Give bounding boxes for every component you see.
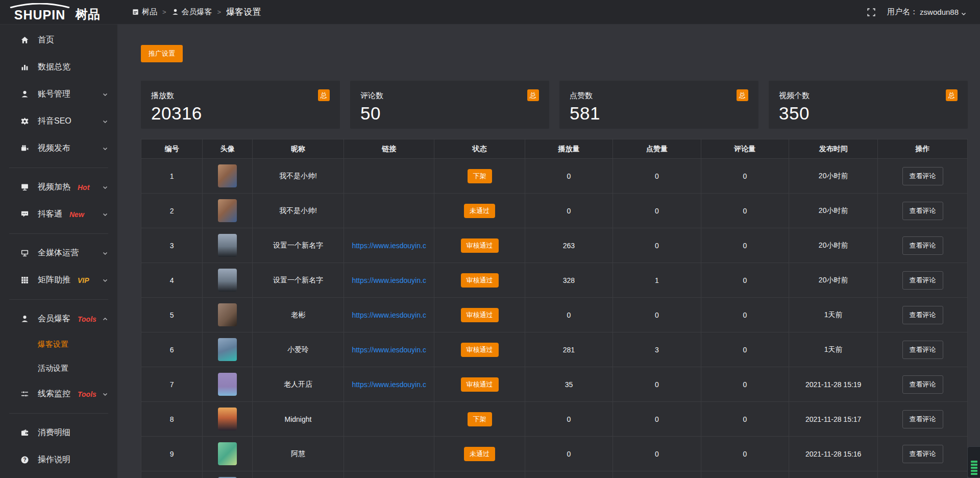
video-link[interactable]: https://www.iesdouyin.c	[352, 276, 426, 284]
view-comments-button[interactable]: 查看评论	[902, 202, 943, 220]
status-button[interactable]: 未通过	[464, 204, 495, 218]
cell-status: 审核通过	[434, 332, 525, 367]
status-button[interactable]: 下架	[468, 412, 492, 426]
logo-text: SHUPIN	[14, 9, 65, 21]
view-comments-button[interactable]: 查看评论	[902, 167, 943, 185]
cell-nickname: 我不是小帅!	[253, 194, 344, 228]
sidebar-item-label: 视频加热	[38, 182, 70, 193]
header-right: 用户名：zswodun88	[867, 7, 980, 17]
breadcrumb-item-current: 爆客设置	[226, 6, 261, 18]
column-header: 头像	[203, 139, 253, 159]
view-comments-button[interactable]: 查看评论	[902, 341, 943, 359]
sidebar-item-线索监控[interactable]: 线索监控 Tools	[0, 380, 117, 408]
sidebar-item-badge: Tools	[78, 390, 96, 398]
sidebar-divider	[9, 168, 108, 168]
stat-value: 350	[779, 103, 958, 124]
sidebar-item-视频加热[interactable]: 视频加热 Hot	[0, 174, 117, 201]
breadcrumb-label: 会员爆客	[182, 7, 212, 17]
view-comments-button[interactable]: 查看评论	[902, 445, 943, 463]
cell-avatar	[203, 194, 253, 228]
cell-nickname: 阿慧	[253, 437, 344, 471]
sidebar-item-账号管理[interactable]: 账号管理	[0, 81, 117, 108]
cell-avatar	[203, 367, 253, 402]
cell-status	[434, 471, 525, 478]
avatar	[218, 269, 237, 292]
logo-arc-icon	[7, 3, 72, 8]
sidebar-item-badge: New	[69, 210, 84, 219]
status-button[interactable]: 未通过	[464, 447, 495, 461]
cell-id: 4	[141, 263, 203, 298]
view-comments-button[interactable]: 查看评论	[902, 375, 943, 394]
status-button[interactable]: 审核通过	[461, 308, 499, 322]
video-link[interactable]: https://www.iesdouyin.c	[352, 380, 426, 389]
promo-settings-button[interactable]: 推广设置	[141, 45, 183, 62]
fullscreen-icon[interactable]	[867, 8, 876, 17]
view-comments-button[interactable]: 查看评论	[902, 236, 943, 255]
svg-text:?: ?	[23, 457, 26, 463]
breadcrumb-item-member[interactable]: 会员爆客	[172, 7, 212, 17]
view-comments-button[interactable]: 查看评论	[902, 271, 943, 290]
table-row: 2 我不是小帅! 未通过 0 0 0 20小时前 查看评论	[141, 194, 968, 228]
status-button[interactable]: 审核通过	[461, 273, 499, 288]
sidebar-item-全媒体运营[interactable]: 全媒体运营	[0, 240, 117, 267]
cell-likes: 0	[613, 194, 701, 228]
status-button[interactable]: 审核通过	[461, 377, 499, 392]
stat-value: 20316	[151, 103, 330, 124]
cell-time: 20小时前	[789, 159, 878, 194]
cell-status: 下架	[434, 159, 525, 194]
cell-time: 2021-11-28 15:19	[789, 367, 878, 402]
brand-logo[interactable]: SHUPIN 树品	[0, 0, 117, 25]
sidebar-item-矩阵助推[interactable]: 矩阵助推 VIP	[0, 267, 117, 294]
sidebar-item-数据总览[interactable]: 数据总览	[0, 54, 117, 81]
status-button[interactable]: 审核通过	[461, 343, 499, 357]
cell-comments: 0	[701, 159, 789, 194]
cell-likes: 0	[613, 159, 701, 194]
column-header: 播放量	[525, 139, 612, 159]
video-link[interactable]: https://www.iesdouyin.c	[352, 242, 426, 250]
cell-id: 3	[141, 228, 203, 263]
sidebar-item-label: 全媒体运营	[38, 248, 79, 258]
sidebar-item-label: 会员爆客	[38, 314, 70, 324]
sidebar-subitem-爆客设置[interactable]: 爆客设置	[0, 332, 117, 356]
monitor-icon	[20, 249, 29, 257]
username-value: zswodun88	[920, 8, 959, 16]
view-comments-button[interactable]: 查看评论	[902, 306, 943, 324]
cell-action: 查看评论	[878, 402, 968, 437]
cell-link	[344, 402, 434, 437]
stat-total-badge: 总	[946, 89, 958, 101]
table-row: 4 设置一个新名字 https://www.iesdouyin.c 审核通过 3…	[141, 263, 968, 298]
video-link[interactable]: https://www.iesdouyin.c	[352, 311, 426, 319]
breadcrumb-item-home[interactable]: 树品	[132, 7, 157, 17]
sidebar-item-badge: VIP	[78, 276, 89, 284]
sidebar-subitem-活动设置[interactable]: 活动设置	[0, 356, 117, 380]
floating-meter-widget[interactable]	[967, 446, 980, 478]
cell-likes	[613, 471, 701, 478]
chevron-down-icon	[102, 250, 108, 256]
cell-comments: 0	[701, 332, 789, 367]
cell-comments: 0	[701, 402, 789, 437]
sidebar-item-首页[interactable]: 首页	[0, 27, 117, 54]
user-menu[interactable]: 用户名：zswodun88	[887, 7, 967, 17]
cell-likes: 1	[613, 263, 701, 298]
sidebar-item-操作说明[interactable]: ? 操作说明	[0, 446, 117, 473]
avatar	[218, 442, 237, 465]
cell-status: 未通过	[434, 194, 525, 228]
cell-plays: 0	[525, 298, 612, 332]
cell-id: 7	[141, 367, 203, 402]
sidebar-item-抖音SEO[interactable]: 抖音SEO	[0, 108, 117, 135]
sidebar-item-消费明细[interactable]: 消费明细	[0, 419, 117, 446]
status-button[interactable]: 审核通过	[461, 238, 499, 253]
video-link[interactable]: https://www.iesdouyin.c	[352, 346, 426, 354]
chevron-down-icon	[102, 277, 108, 283]
cell-nickname: 老彬	[253, 298, 344, 332]
cell-likes: 0	[613, 402, 701, 437]
cell-nickname: 我不是小帅!	[253, 159, 344, 194]
sidebar-item-视频发布[interactable]: 视频发布	[0, 135, 117, 162]
sidebar-item-抖客通[interactable]: 抖客通 New	[0, 201, 117, 228]
cell-avatar	[203, 159, 253, 194]
status-button[interactable]: 下架	[468, 169, 492, 183]
cell-avatar	[203, 332, 253, 367]
sidebar-item-会员爆客[interactable]: 会员爆客 Tools	[0, 305, 117, 332]
view-comments-button[interactable]: 查看评论	[902, 410, 943, 428]
cell-link: https://www.iesdouyin.c	[344, 228, 434, 263]
